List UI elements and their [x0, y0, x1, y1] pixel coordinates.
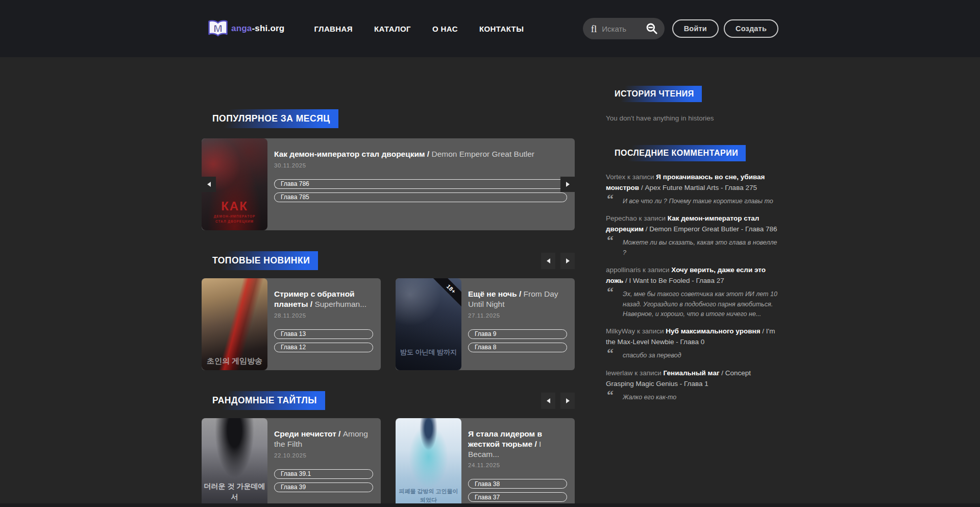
cover-art-text: ДЕМОН-ИМПЕРАТОР	[202, 214, 267, 218]
carousel-next-button[interactable]	[560, 177, 575, 192]
book-logo-icon: M	[208, 20, 228, 37]
update-date: 30.11.2025	[274, 162, 567, 168]
comment-attribution: к записи	[643, 266, 670, 274]
comment-user: appollinaris	[606, 266, 641, 274]
comment-attribution: к записи	[627, 173, 654, 181]
manga-card: 더러운 것 가운데에서 Среди нечистот / Among the F…	[202, 418, 381, 507]
arrow-left-icon	[547, 258, 550, 263]
section-random: РАНДОМНЫЕ ТАЙТЛЫ 더러운 것 가운데에서 Среди нечис…	[202, 391, 575, 507]
comment-item: MilkyWay к записи Нуб максимального уров…	[606, 326, 778, 360]
logo-text-accent: anga	[231, 23, 252, 33]
chapter-link[interactable]: Глава 39	[274, 482, 373, 492]
comment-manga-link[interactable]: Нуб максимального уровня	[666, 327, 760, 335]
carousel-prev-button[interactable]	[541, 253, 555, 269]
nav-home[interactable]: ГЛАВНАЯ	[314, 25, 353, 33]
arrow-right-icon	[566, 398, 570, 403]
manga-cover[interactable]: 초인의 게임방송	[202, 278, 267, 370]
section-top-new: ТОПОВЫЕ НОВИНКИ 초인의 게임방송 Стример с обрат…	[202, 251, 575, 370]
manga-card: 피폐물 감방의 고인물이 되었다 Я стала лидером в жестк…	[396, 418, 575, 507]
comment-quote: Можете ли вы сказать, какая это глава в …	[623, 237, 778, 258]
chapter-link[interactable]: Глава 39.1	[274, 469, 373, 479]
comment-item: lewerlaw к записи Гениальный маг / Conce…	[606, 368, 778, 402]
signup-button[interactable]: Создать	[724, 19, 778, 38]
manga-title[interactable]: Я стала лидером в жесткой тюрьме / I Bec…	[468, 429, 567, 459]
manga-title[interactable]: Среди нечистот / Among the Filth	[274, 429, 373, 449]
section-title-random: РАНДОМНЫЕ ТАЙТЛЫ	[207, 391, 325, 410]
chapter-link[interactable]: Глава 13	[274, 329, 373, 339]
comments-title: ПОСЛЕДНИЕ КОММЕНТАРИИ	[609, 145, 746, 161]
history-empty-text: You don't have anything in histories	[606, 114, 778, 122]
cover-art-text: КАК	[202, 200, 267, 213]
magnifier-zoom-out-icon[interactable]	[645, 22, 658, 35]
chapter-link[interactable]: Глава 9	[468, 329, 567, 339]
comment-quote: И все что ли ? Почему такие короткие гла…	[623, 196, 773, 206]
update-date: 28.11.2025	[274, 312, 373, 319]
comment-user: Vortex	[606, 173, 625, 181]
search-box[interactable]: fl	[583, 18, 665, 39]
footer-strip	[0, 503, 980, 507]
carousel-next-button[interactable]	[560, 253, 575, 269]
nav-about[interactable]: О НАС	[432, 25, 458, 33]
comment-quote: спасибо за перевод	[623, 350, 681, 360]
arrow-left-icon	[207, 182, 211, 187]
manga-card: 18+ 밤도 아닌데 밤까지 Ещё не ночь / From Day Un…	[396, 278, 575, 370]
comment-user: Pepechao	[606, 214, 637, 222]
cover-art-text: 더러운 것 가운데에서	[202, 481, 267, 502]
manga-cover[interactable]: 18+ 밤도 아닌데 밤까지	[396, 278, 461, 370]
chapter-link[interactable]: Глава 786	[274, 179, 575, 189]
carousel-prev-button[interactable]	[541, 393, 555, 409]
arrow-right-icon	[566, 182, 570, 187]
cover-art-text: 피폐물 감방의 고인물이 되었다	[396, 487, 461, 504]
age-18plus-badge: 18+	[429, 278, 461, 311]
update-date: 27.11.2025	[468, 312, 567, 319]
login-button[interactable]: Войти	[672, 19, 719, 38]
chapter-link[interactable]: Глава 12	[274, 343, 373, 352]
main-column: ПОПУЛЯРНОЕ ЗА МЕСЯЦ КАК ДЕМОН-ИМПЕРАТОР …	[202, 57, 575, 507]
nav-contacts[interactable]: КОНТАКТЫ	[479, 25, 524, 33]
cover-art-text: 초인의 게임방송	[202, 356, 267, 366]
nav-catalog[interactable]: КАТАЛОГ	[374, 25, 411, 33]
chapter-link[interactable]: Глава 37	[468, 492, 567, 502]
quote-icon: “	[607, 237, 614, 258]
comment-quote: Жалко его как-то	[623, 392, 676, 402]
site-header: M anga-shi.org ГЛАВНАЯ КАТАЛОГ О НАС КОН…	[0, 0, 980, 57]
history-title: ИСТОРИЯ ЧТЕНИЯ	[609, 86, 702, 102]
chapter-link[interactable]: Глава 8	[468, 343, 567, 352]
manga-title[interactable]: Стример с обратной планеты / Superhuman.…	[274, 289, 373, 309]
comment-item: appollinaris к записи Хочу верить, даже …	[606, 264, 778, 319]
quote-icon: “	[607, 350, 614, 360]
section-popular: ПОПУЛЯРНОЕ ЗА МЕСЯЦ КАК ДЕМОН-ИМПЕРАТОР …	[202, 109, 575, 230]
section-title-top-new: ТОПОВЫЕ НОВИНКИ	[207, 251, 318, 270]
logo-text-rest: -shi.org	[252, 23, 284, 33]
quote-icon: “	[607, 392, 614, 402]
chapter-link[interactable]: Глава 38	[468, 479, 567, 489]
comment-quote: Эх, мне бы такого советчика как этот ИИ …	[623, 288, 778, 319]
carousel-prev-button[interactable]	[202, 177, 216, 192]
comment-item: Pepechao к записи Как демон-император ст…	[606, 213, 778, 258]
manga-cover[interactable]: 더러운 것 가운데에서	[202, 418, 267, 507]
comment-user: MilkyWay	[606, 327, 635, 335]
main-nav: ГЛАВНАЯ КАТАЛОГ О НАС КОНТАКТЫ	[314, 25, 524, 33]
cover-art-text: СТАЛ ДВОРЕЦКИМ	[202, 220, 267, 223]
comment-attribution: к записи	[637, 327, 664, 335]
site-logo[interactable]: M anga-shi.org	[208, 20, 284, 37]
comment-attribution: к записи	[639, 214, 666, 222]
comment-attribution: к записи	[634, 369, 662, 377]
comment-manga-link[interactable]: Гениальный маг	[664, 369, 720, 377]
section-title-popular: ПОПУЛЯРНОЕ ЗА МЕСЯЦ	[207, 109, 338, 128]
manga-title[interactable]: Как демон-император стал дворецким / Dem…	[274, 149, 567, 159]
comment-user: lewerlaw	[606, 369, 633, 377]
arrow-left-icon	[547, 398, 550, 403]
update-date: 24.11.2025	[468, 462, 567, 468]
search-prefix-icon: fl	[591, 24, 597, 34]
carousel-next-button[interactable]	[560, 393, 575, 409]
logo-letter: M	[213, 22, 223, 34]
manga-cover[interactable]: 피폐물 감방의 고인물이 되었다	[396, 418, 461, 507]
manga-card-popular: КАК ДЕМОН-ИМПЕРАТОР СТАЛ ДВОРЕЦКИМ Как д…	[202, 138, 575, 230]
search-input[interactable]	[602, 25, 638, 33]
chapter-link[interactable]: Глава 785	[274, 192, 567, 202]
comments-list: Vortex к записи Я прокачиваюсь во сне, у…	[606, 172, 778, 402]
quote-icon: “	[607, 196, 614, 206]
manga-title[interactable]: Ещё не ночь / From Day Until Night	[468, 289, 567, 309]
sidebar: ИСТОРИЯ ЧТЕНИЯ You don't have anything i…	[604, 57, 778, 507]
